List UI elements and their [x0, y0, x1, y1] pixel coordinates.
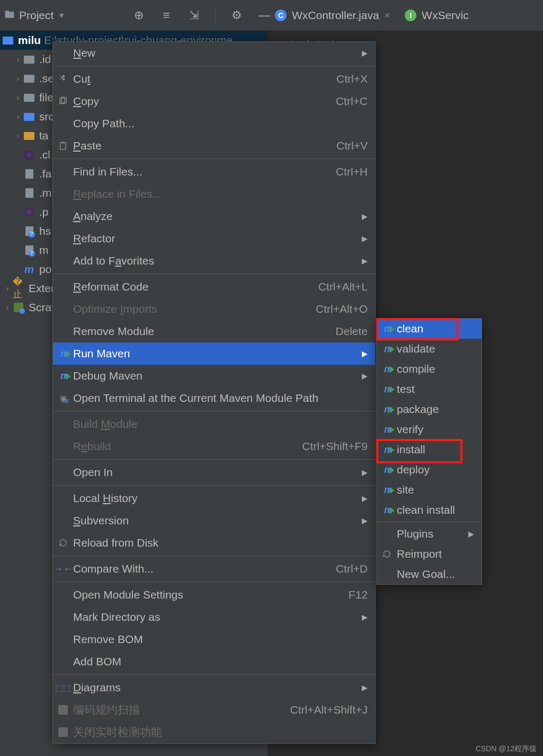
reload-icon — [381, 548, 393, 560]
menu-item[interactable]: New▶ — [53, 42, 375, 64]
submenu-item[interactable]: msite — [377, 480, 482, 500]
item-icon — [23, 150, 35, 160]
project-dropdown[interactable]: Project ▼ — [0, 9, 65, 22]
submenu-item[interactable]: mpackage — [377, 399, 482, 419]
item-label: m — [39, 244, 49, 257]
submenu-item[interactable]: mcompile — [377, 359, 482, 379]
toolbar-actions: ⊕ ≡ ⇲ ⚙ — — [132, 8, 271, 23]
menu-separator — [53, 411, 375, 411]
menu-item[interactable]: Find in Files...Ctrl+H — [53, 161, 375, 183]
menu-item[interactable]: Subversion▶ — [53, 509, 375, 532]
menu-shortcut: Ctrl+C — [336, 95, 368, 108]
menu-label: Copy — [73, 95, 99, 108]
menu-item[interactable]: Copy Path... — [53, 112, 375, 135]
menu-item[interactable]: CopyCtrl+C — [53, 90, 375, 112]
chevron-right-icon: ▶ — [362, 257, 368, 265]
menu-item[interactable]: Reload from Disk — [53, 532, 375, 554]
submenu-item[interactable]: mverify — [377, 419, 482, 439]
menu-label: Find in Files... — [73, 165, 143, 178]
menu-label: Mark Directory as — [73, 611, 161, 623]
menu-item[interactable]: →←Compare With...Ctrl+D — [53, 558, 375, 580]
chevron-icon: › — [2, 303, 13, 312]
chevron-right-icon: ▶ — [362, 49, 368, 57]
submenu-label: clean install — [397, 504, 455, 516]
menu-item[interactable]: ▣mOpen Terminal at the Current Maven Mod… — [53, 387, 375, 409]
menu-item[interactable]: Analyze▶ — [53, 205, 375, 227]
menu-shortcut: Ctrl+Alt+O — [316, 303, 368, 315]
menu-item[interactable]: Open Module SettingsF12 — [53, 584, 375, 606]
menu-item: 编码规约扫描Ctrl+Alt+Shift+J — [53, 699, 375, 721]
menu-label: Local History — [73, 492, 137, 505]
menu-label: Cut — [73, 73, 91, 85]
mv-icon: m — [381, 343, 393, 355]
expand-icon[interactable]: ≡ — [160, 9, 173, 22]
menu-item: Replace in Files... — [53, 183, 375, 205]
menu-label: Reformat Code — [73, 280, 148, 293]
menu-item[interactable]: mRun Maven▶ — [53, 342, 375, 365]
root-name: milu — [18, 34, 41, 47]
submenu-item[interactable]: New Goal... — [377, 564, 482, 584]
submenu-item[interactable]: mtest — [377, 379, 482, 399]
item-icon: m — [23, 264, 35, 275]
menu-item[interactable]: ⬚⬚Diagrams▶ — [53, 676, 375, 699]
menu-item[interactable]: Add to Favorites▶ — [53, 250, 375, 272]
menu-item[interactable]: Reformat CodeCtrl+Alt+L — [53, 276, 375, 298]
item-label: src — [39, 110, 54, 123]
tab-wxcontroller[interactable]: C WxController.java × — [268, 0, 397, 31]
menu-shortcut: F12 — [349, 588, 368, 601]
menu-label: 编码规约扫描 — [73, 702, 140, 717]
submenu-item[interactable]: mclean install — [377, 500, 482, 520]
menu-shortcut: Delete — [335, 325, 368, 338]
class-icon: C — [275, 10, 287, 21]
item-icon: �止 — [13, 283, 24, 294]
menu-item[interactable]: CutCtrl+X — [53, 68, 375, 90]
chevron-right-icon: ▶ — [468, 530, 474, 538]
menu-label: Paste — [73, 139, 102, 152]
menu-item[interactable]: Local History▶ — [53, 487, 375, 509]
menu-item[interactable]: Mark Directory as▶ — [53, 606, 375, 628]
menu-item[interactable]: Add BOM — [53, 650, 375, 673]
submenu-item[interactable]: mvalidate — [377, 339, 482, 359]
menu-label: Diagrams — [73, 681, 121, 694]
menu-item[interactable]: Remove ModuleDelete — [53, 320, 375, 342]
item-icon — [23, 188, 35, 198]
menu-item[interactable]: Remove BOM — [53, 628, 375, 650]
menu-label: Compare With... — [73, 562, 154, 575]
menu-label: Subversion — [73, 514, 129, 527]
svg-rect-0 — [5, 12, 14, 18]
item-label: file — [39, 91, 54, 104]
menu-separator — [53, 556, 375, 556]
scan-off-icon — [57, 726, 69, 738]
annotation-box-clean — [376, 318, 459, 340]
menu-item[interactable]: PasteCtrl+V — [53, 135, 375, 157]
target-icon[interactable]: ⊕ — [132, 9, 145, 22]
menu-shortcut: Ctrl+H — [336, 165, 368, 178]
menu-item[interactable]: Refactor▶ — [53, 227, 375, 250]
chevron-icon: › — [13, 74, 23, 83]
svg-rect-1 — [5, 11, 10, 12]
menu-label: Analyze — [73, 210, 113, 223]
menu-item[interactable]: Open In▶ — [53, 461, 375, 484]
chevron-right-icon: ▶ — [362, 516, 368, 525]
menu-item[interactable]: mDebug Maven▶ — [53, 365, 375, 387]
copy-icon — [57, 95, 69, 107]
close-icon[interactable]: × — [385, 10, 390, 21]
maven-run-icon: m — [57, 348, 69, 359]
chevron-down-icon: ▼ — [58, 11, 65, 20]
reload-icon — [57, 537, 69, 549]
separator — [215, 8, 216, 23]
chevron-right-icon: ▶ — [362, 234, 368, 243]
menu-label: Copy Path... — [73, 117, 135, 130]
collapse-icon[interactable]: ⇲ — [188, 9, 200, 22]
submenu-label: New Goal... — [397, 568, 455, 581]
submenu-item[interactable]: Reimport — [377, 544, 482, 564]
tab-wxservice[interactable]: I WxServic — [397, 0, 476, 31]
menu-label: New — [73, 47, 95, 59]
menu-separator — [377, 522, 482, 522]
submenu-label: compile — [397, 363, 435, 375]
submenu-item[interactable]: Plugins▶ — [377, 524, 482, 544]
submenu-label: Reimport — [397, 548, 442, 560]
item-label: .cl — [39, 148, 50, 161]
menu-label: Refactor — [73, 232, 115, 245]
gear-icon[interactable]: ⚙ — [230, 9, 243, 22]
